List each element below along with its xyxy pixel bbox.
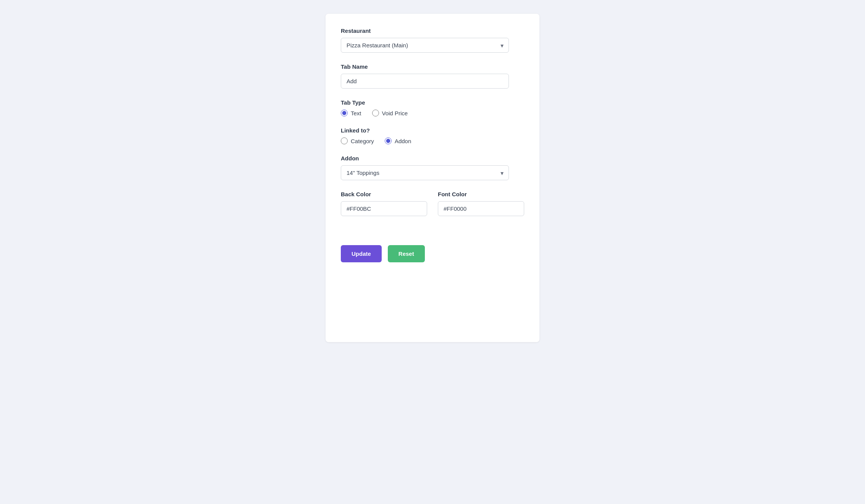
restaurant-field-group: Restaurant Pizza Restaurant (Main)Pizza … (341, 27, 524, 53)
button-row: Update Reset (341, 245, 524, 262)
linked-to-addon-option[interactable]: Addon (385, 137, 411, 144)
addon-select-wrapper: 14" Toppings 12" Toppings 16" Toppings (341, 165, 509, 180)
color-fields-row: Back Color Font Color (341, 191, 524, 227)
linked-to-addon-radio[interactable] (385, 137, 392, 144)
back-color-label: Back Color (341, 191, 427, 197)
font-color-field-group: Font Color (438, 191, 524, 216)
linked-to-radio-group: Category Addon (341, 137, 524, 144)
back-color-field-group: Back Color (341, 191, 427, 216)
tab-type-text-radio[interactable] (341, 110, 348, 116)
update-button[interactable]: Update (341, 245, 382, 262)
font-color-label: Font Color (438, 191, 524, 197)
form-card: Restaurant Pizza Restaurant (Main)Pizza … (326, 14, 539, 342)
font-color-input[interactable] (438, 201, 524, 216)
tab-type-void-option[interactable]: Void Price (372, 110, 408, 116)
tab-type-text-option[interactable]: Text (341, 110, 361, 116)
restaurant-label: Restaurant (341, 27, 524, 34)
linked-to-label: Linked to? (341, 127, 524, 134)
addon-select[interactable]: 14" Toppings 12" Toppings 16" Toppings (341, 165, 509, 180)
addon-label: Addon (341, 155, 524, 162)
tab-type-radio-group: Text Void Price (341, 110, 524, 116)
tab-name-input[interactable] (341, 74, 509, 89)
linked-to-category-label[interactable]: Category (351, 138, 374, 144)
back-color-input[interactable] (341, 201, 427, 216)
linked-to-field-group: Linked to? Category Addon (341, 127, 524, 144)
tab-name-field-group: Tab Name (341, 63, 524, 89)
tab-name-label: Tab Name (341, 63, 524, 70)
linked-to-category-option[interactable]: Category (341, 137, 374, 144)
tab-type-field-group: Tab Type Text Void Price (341, 99, 524, 116)
tab-type-void-label[interactable]: Void Price (382, 110, 408, 116)
tab-type-void-radio[interactable] (372, 110, 379, 116)
linked-to-addon-label[interactable]: Addon (395, 138, 411, 144)
linked-to-category-radio[interactable] (341, 137, 348, 144)
addon-field-group: Addon 14" Toppings 12" Toppings 16" Topp… (341, 155, 524, 180)
tab-type-text-label[interactable]: Text (351, 110, 361, 116)
tab-type-label: Tab Type (341, 99, 524, 106)
restaurant-select[interactable]: Pizza Restaurant (Main)Pizza Restaurant … (341, 38, 509, 53)
reset-button[interactable]: Reset (388, 245, 425, 262)
restaurant-select-wrapper: Pizza Restaurant (Main)Pizza Restaurant … (341, 38, 509, 53)
